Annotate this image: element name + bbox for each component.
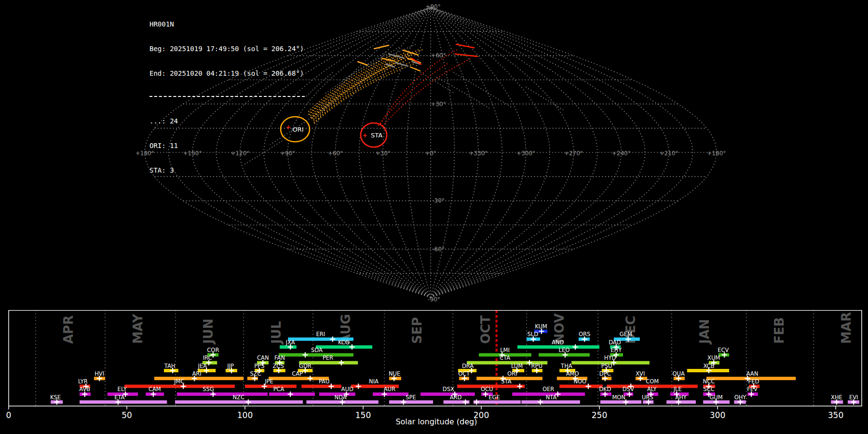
lon-label: +60° [328,150,343,157]
shower-label-PCA: PCA [273,386,285,393]
meteor-segment-red-0 [456,44,474,48]
shower-label-DKD: DKD [599,386,611,393]
shower-span-SPE [389,400,433,404]
month-label-FEB: FEB [772,317,787,344]
shower-label-XVI: XVI [636,370,645,377]
shower-label-PAU: PAU [319,378,329,385]
shower-label-SCC: SCC [703,386,714,393]
lat-label: +90° [425,3,440,10]
shower-label-ERI: ERI [316,331,325,338]
shower-label-ALY: ALY [647,386,657,393]
activity-timeline: APRMAYJUNJULAUGSEPOCTNOVDECJANFEBMARKUME… [0,310,868,434]
month-label-APR: APR [61,315,76,344]
begin-line: Beg: 20251019 17:49:50 (sol = 206.24°) [149,45,305,53]
x-tick-label: 50 [122,410,132,420]
shower-label-SZC: SZC [250,370,261,377]
month-label-MAY: MAY [131,313,145,344]
shower-label-JMC: JMC [174,378,184,385]
shower-peak-marker-PER [339,360,344,366]
meteor-segment-orange-0 [374,45,389,49]
shower-span-ETA [80,400,167,404]
shower-label-CAN: CAN [257,354,269,361]
shower-span-SSG [177,393,268,396]
shower-label-AND: AND [552,339,564,346]
shower-label-KSE: KSE [50,394,61,401]
x-axis-title: Solar longitude (deg) [395,417,477,426]
shower-label-PER: PER [323,354,333,361]
meteor-segment-gray-3 [386,64,394,67]
lon-label: +210° [660,150,678,157]
shower-label-ELY: ELY [118,386,127,393]
trail-gray-9 [526,87,563,110]
shower-label-AUD: AUD [341,386,353,393]
shower-row-violet: KSEETANZCNDASPEARDEGENTAMONURSAHYGUMOHYX… [50,394,859,405]
month-label-SEP: SEP [410,317,424,344]
shower-label-DSX: DSX [443,386,454,393]
shower-label-KUM: KUM [535,323,547,330]
shower-label-OCT: OCT [458,370,470,377]
lon-label: +270° [564,150,583,157]
x-tick-label: 0 [6,410,12,420]
shower-span-NOO [559,385,603,388]
lat-label: -90° [428,296,440,303]
shower-label-NIA: NIA [369,378,379,385]
shower-span-MON [600,400,641,404]
shower-label-MON: MON [612,394,625,401]
shower-label-GEM: GEM [620,331,632,338]
shower-label-ORS: ORS [579,331,590,338]
meteor-segment-orange-2 [410,67,420,71]
month-label-JAN: JAN [697,319,712,345]
shower-peak-marker-SDA [302,352,308,357]
shower-span-NZC [175,400,303,404]
shower-peak-marker-KCG [349,344,354,350]
shower-label-IRC: IRC [203,354,212,361]
trail-gray-8 [306,72,333,96]
shower-label-GUM: GUM [709,394,722,401]
shower-label-EGE: EGE [488,394,500,401]
shower-label-QUA: QUA [672,370,684,377]
shower-label-HVI: HVI [95,370,104,377]
shower-peak-marker-PCA [288,392,293,397]
shower-span-NTA [521,400,580,404]
shower-label-NCC: NCC [703,378,715,385]
shower-label-SPE: SPE [406,394,416,401]
shower-label-NTA: NTA [546,394,557,401]
end-line: End: 20251020 04:21:19 (sol = 206.68°) [149,69,305,78]
shower-label-ECV: ECV [718,347,729,353]
lat-label: +30° [431,101,446,108]
shower-label-LUM: LUM [511,363,523,369]
count-sporadic: ...: 24 [149,117,305,125]
shower-label-URS: URS [642,394,653,401]
lon-label: +330° [469,150,488,157]
shower-label-SLD: SLD [528,331,539,338]
shower-label-AHY: AHY [675,394,687,401]
shower-label-TAH: TAH [164,363,176,369]
shower-label-LYR: LYR [78,378,88,385]
shower-label-DRA: DRA [462,363,474,369]
radiant-label-STA: STA [371,132,382,139]
shower-label-COR: COR [207,347,219,353]
trail-gray-6 [453,72,511,107]
shower-label-CAP: CAP [292,370,303,377]
x-tick-label: 150 [355,410,371,420]
meteor-segments [358,44,477,71]
shower-label-STA: STA [501,378,511,385]
x-tick-label: 350 [828,410,843,420]
month-label-MAR: MAR [839,312,854,344]
trail-red-2 [378,64,448,126]
shower-label-AUR: AUR [384,386,395,393]
station-id: HR001N [149,20,305,28]
shower-label-AVB: AVB [79,386,90,393]
shower-label-FAN: FAN [274,354,285,361]
header-separator [149,96,305,97]
x-tick-label: 100 [237,410,253,420]
shower-label-NOO: NOO [573,378,586,385]
shower-label-ARD: ARD [450,394,462,401]
shower-span-JPE [245,385,297,388]
shower-span-KCG [316,345,372,349]
shower-label-OER: OER [542,386,554,393]
shower-span-AUR [373,393,408,396]
meteor-segment-orange-5 [358,62,367,65]
lat-label: -60° [432,246,445,253]
sky-map: +180°+150°+120°+90°+60°+30°+0°+330°+300°… [0,0,868,310]
